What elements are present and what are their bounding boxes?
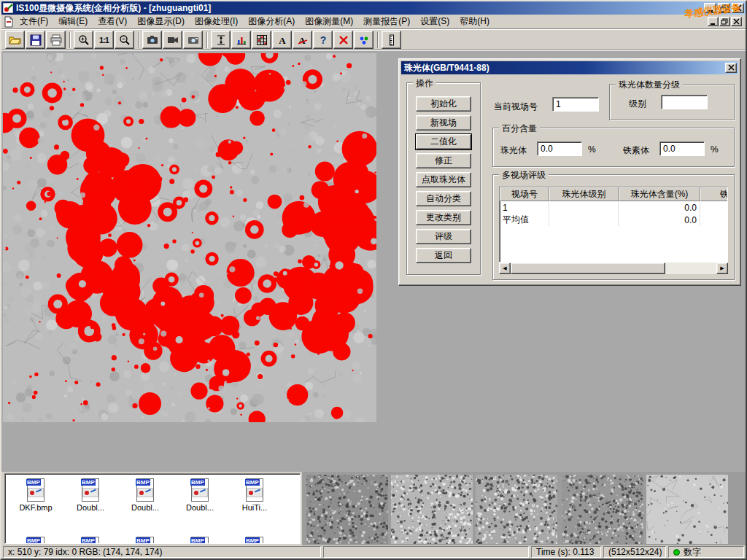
menubar: 文件(F) 编辑(E) 查看(V) 图像显示(D) 图像处理(I) 图像分析(A… [1,15,746,29]
child-restore-button[interactable] [719,17,730,26]
help-icon: ? [317,34,329,46]
status-position: x: 510 y: 79 idx: 0 RGB: (174, 174, 174) [3,546,321,558]
file-item-dkf[interactable]: BMP DKF.bmp [9,478,62,512]
snapshot-button[interactable] [183,31,203,49]
table-horizontal-scrollbar[interactable]: ◀ ▶ [499,262,728,274]
file-item-doubl3[interactable]: BMP Doubl... [174,478,226,512]
histogram-button[interactable] [231,31,251,49]
zoom-in-icon [78,34,90,46]
menu-image-measure[interactable]: 图像测量(M) [300,14,358,29]
ruler-button[interactable] [382,31,401,49]
pearlite-unit: % [588,144,596,155]
menu-file[interactable]: 文件(F) [15,14,53,29]
bmp-file-icon: BMP [244,478,266,502]
menu-report[interactable]: 测量报告(P) [358,14,415,29]
zoom-in-button[interactable] [74,31,93,49]
menu-image-display[interactable]: 图像显示(D) [132,14,190,29]
save-button[interactable] [26,31,45,49]
dialog-close-button[interactable] [725,63,737,73]
edit-text-button[interactable]: A [293,31,312,49]
toolbar-separator [138,32,139,48]
file-item[interactable]: BMP [174,537,226,544]
actual-size-button[interactable]: 1:1 [94,31,114,49]
initialize-button[interactable]: 初始化 [416,96,471,112]
menu-image-processing[interactable]: 图像处理(I) [190,14,243,29]
ferrite-percent-input[interactable] [659,141,705,156]
video-camera-button[interactable] [163,31,182,49]
cell-pearlite: 0.0 [619,214,700,226]
mdi-child-icon[interactable] [3,16,15,28]
file-item-doubl1[interactable]: BMP Doubl... [64,478,117,512]
bmp-file-icon: BMP [189,478,211,502]
percent-group: 百分含量 珠光体 % 铁素体 % [492,128,735,167]
scroll-left-button[interactable]: ◀ [499,262,511,274]
capture-button[interactable] [142,31,162,49]
scroll-right-button[interactable]: ▶ [716,262,728,274]
child-minimize-button[interactable] [708,17,719,26]
header-field[interactable]: 视场号 [500,187,549,201]
header-ferrite[interactable]: 铁素体 [700,187,728,201]
child-close-button[interactable] [731,17,742,26]
bmp-badge: BMP [190,479,205,486]
thumbnail-4[interactable] [562,475,643,544]
restore-button[interactable] [718,3,730,13]
file-label: DKF.bmp [9,503,62,512]
file-label: Doubl... [119,503,171,512]
pick-pearlite-button[interactable]: 点取珠光体 [416,172,471,187]
file-item[interactable]: BMP [64,537,117,544]
mdi-client-area: 珠光体(GB/T9441-88) 操作 初始化 新视场 二值化 修正 点取珠光体… [1,51,746,472]
menu-view[interactable]: 查看(V) [93,14,132,29]
thumbnail-5[interactable] [646,475,728,544]
annotate-text-button[interactable]: A [272,31,292,49]
toolbar-separator [69,32,71,48]
table-row[interactable]: 平均值 0.0 [500,214,727,226]
file-item[interactable]: BMP [228,537,281,544]
current-field-input[interactable] [552,97,599,112]
menu-image-analysis[interactable]: 图像分析(A) [243,14,300,29]
open-folder-icon [9,34,21,46]
open-button[interactable] [5,31,25,49]
file-item-huiti[interactable]: BMP HuiTi... [228,478,281,512]
scrollbar-thumb[interactable] [511,262,665,274]
grid-count-icon [256,34,268,46]
file-item[interactable]: BMP [9,537,62,544]
table-row[interactable]: 1 0.0 [500,201,727,214]
binarize-button[interactable]: 二值化 [416,134,471,149]
bmp-file-icon: BMP [25,478,47,502]
current-field-label: 当前视场号 [494,101,538,113]
correct-button[interactable]: 修正 [416,153,471,168]
video-camera-icon [167,34,179,46]
menu-help[interactable]: 帮助(H) [454,14,495,29]
dialog-titlebar[interactable]: 珠光体(GB/T9441-88) [401,61,738,74]
auto-classify-button[interactable]: 自动分类 [416,191,471,206]
measure-height-button[interactable] [211,31,231,49]
print-button[interactable] [46,31,66,49]
pearlite-label: 珠光体 [500,144,527,157]
new-field-button[interactable]: 新视场 [416,115,471,131]
return-button[interactable]: 返回 [416,248,471,263]
header-grade[interactable]: 珠光体级别 [549,187,619,201]
micrograph-image[interactable] [3,53,376,422]
minimize-button[interactable] [704,3,716,13]
file-panel: BMP DKF.bmp BMP Doubl... BMP Doubl... [4,473,301,544]
grade-input[interactable] [661,95,708,109]
file-item-doubl2[interactable]: BMP Doubl... [119,478,171,512]
file-item[interactable]: BMP [119,537,171,544]
thumbnail-3[interactable] [476,475,557,544]
thumbnail-2[interactable] [391,475,473,544]
status-mode-panel: 数字 [668,546,744,558]
pearlite-percent-input[interactable] [537,141,582,156]
zoom-out-button[interactable] [115,31,134,49]
bmp-file-icon: BMP [80,478,101,502]
menu-edit[interactable]: 编辑(E) [53,14,93,29]
marker-points-button[interactable] [354,31,374,49]
change-class-button[interactable]: 更改类别 [416,210,471,225]
help-button[interactable]: ? [313,31,333,49]
close-button[interactable] [732,3,744,13]
cut-button[interactable] [333,31,353,49]
grid-count-button[interactable] [252,31,271,49]
thumbnail-1[interactable] [306,475,388,544]
grade-button[interactable]: 评级 [416,229,471,244]
header-pearlite[interactable]: 珠光体含量(%) [619,187,700,201]
menu-settings[interactable]: 设置(S) [415,14,454,29]
